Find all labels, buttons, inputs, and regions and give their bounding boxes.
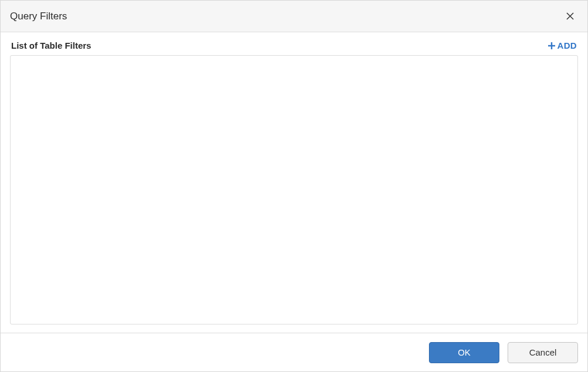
query-filters-dialog: Query Filters List of Table Filters ADD …	[0, 0, 588, 372]
add-button[interactable]: ADD	[548, 40, 577, 50]
cancel-button[interactable]: Cancel	[508, 342, 578, 363]
dialog-title: Query Filters	[10, 11, 67, 22]
list-title: List of Table Filters	[11, 40, 91, 50]
filter-list-container[interactable]	[10, 55, 578, 324]
body-header: List of Table Filters ADD	[10, 40, 578, 50]
ok-button[interactable]: OK	[429, 342, 499, 363]
close-icon	[566, 12, 574, 20]
plus-icon	[548, 42, 556, 50]
dialog-header: Query Filters	[1, 1, 587, 32]
close-button[interactable]	[562, 8, 578, 25]
dialog-footer: OK Cancel	[1, 333, 587, 371]
add-button-label: ADD	[557, 40, 577, 50]
dialog-body: List of Table Filters ADD	[1, 32, 587, 333]
